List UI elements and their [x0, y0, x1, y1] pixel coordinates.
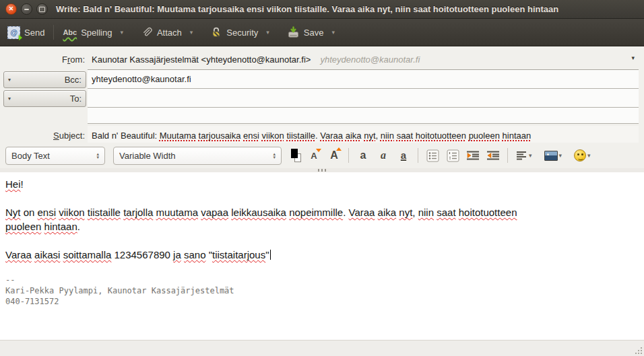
- minimize-button[interactable]: [21, 3, 32, 15]
- save-label: Save: [304, 28, 324, 38]
- foreground-color-swatch: [291, 149, 298, 158]
- bcc-address: yhteydenotto@kaunotar.fi: [92, 74, 191, 84]
- from-row: From: Kaunotar Kassajärjestelmät <yhteyd…: [0, 49, 644, 70]
- save-icon: [287, 26, 300, 39]
- to-row: To:: [0, 89, 644, 108]
- alignment-button[interactable]: [513, 147, 534, 164]
- indent-icon: [486, 149, 501, 162]
- underline-icon: [401, 149, 406, 162]
- empty-address-row: [0, 108, 644, 124]
- security-button[interactable]: Security: [205, 24, 263, 41]
- from-identity-email: yhteydenotto@kaunotar.fi: [320, 55, 420, 65]
- format-separator: [348, 148, 349, 163]
- spinner-icon: [273, 152, 276, 159]
- paragraph-style-select[interactable]: Body Text: [5, 147, 105, 165]
- alignment-dropdown-arrow: [529, 152, 532, 159]
- message-headers: From: Kaunotar Kassajärjestelmät <yhteyd…: [0, 46, 644, 143]
- outdent-button[interactable]: [464, 147, 482, 164]
- image-icon: [544, 151, 558, 161]
- bcc-row: Bcc: yhteydenotto@kaunotar.fi: [0, 70, 644, 89]
- message-body-text: Hei! Nyt on ensi viikon tiistaille tarjo…: [5, 177, 637, 262]
- status-bar: [0, 340, 644, 356]
- lock-icon: [210, 26, 222, 38]
- window-controls: [5, 3, 48, 15]
- bcc-input[interactable]: yhteydenotto@kaunotar.fi: [88, 70, 639, 89]
- paragraph-style-value: Body Text: [11, 151, 96, 161]
- send-button[interactable]: Send: [3, 24, 49, 42]
- insert-smiley-button[interactable]: [572, 147, 593, 164]
- indent-button[interactable]: [484, 147, 502, 164]
- numbered-list-button[interactable]: [444, 147, 461, 164]
- to-type-button[interactable]: To:: [3, 90, 86, 107]
- send-label: Send: [24, 28, 44, 38]
- spelling-dropdown-arrow[interactable]: [117, 26, 127, 38]
- signature-phone: 040-7131572: [5, 296, 637, 307]
- grippy-icon: [318, 169, 326, 172]
- insert-image-button[interactable]: [542, 147, 565, 164]
- image-dropdown-arrow: [559, 152, 562, 159]
- bold-icon: [360, 149, 366, 162]
- outdent-icon: [465, 149, 480, 162]
- attach-button[interactable]: Attach: [136, 24, 187, 41]
- format-toolbar: Body Text Variable Width: [0, 143, 644, 168]
- smiley-dropdown-arrow: [587, 152, 591, 159]
- format-separator: [418, 148, 418, 163]
- from-selector[interactable]: Kaunotar Kassajärjestelmät <yhteydenotto…: [88, 49, 639, 70]
- from-dropdown-arrow[interactable]: [631, 55, 635, 61]
- signature-block: -- Kari-Pekka Pyylampi, Kaunotar Kassajä…: [5, 275, 637, 307]
- titlebar: Write: Bald n' Beautiful: Muutama tarjou…: [0, 0, 644, 19]
- spelling-icon: [63, 28, 77, 36]
- decrease-arrow-icon: [316, 149, 321, 152]
- save-button[interactable]: Save: [282, 24, 329, 42]
- maximize-button[interactable]: [36, 3, 48, 15]
- smiley-icon: [574, 149, 586, 162]
- align-icon: [515, 150, 527, 161]
- bold-button[interactable]: [354, 147, 372, 164]
- next-address-input[interactable]: [88, 108, 639, 124]
- underline-button[interactable]: [395, 147, 412, 164]
- security-dropdown-arrow[interactable]: [263, 26, 273, 38]
- send-icon: [7, 26, 20, 39]
- security-label: Security: [226, 28, 258, 38]
- subject-text: Bald n' Beautiful: Muutama tarjousaika e…: [92, 131, 531, 141]
- message-body-editor[interactable]: Hei! Nyt on ensi viikon tiistaille tarjo…: [0, 172, 644, 340]
- format-separator: [507, 148, 508, 163]
- window-title: Write: Bald n' Beautiful: Muutama tarjou…: [56, 4, 558, 14]
- save-dropdown-arrow[interactable]: [328, 26, 338, 38]
- bullet-list-icon: [426, 149, 439, 162]
- attach-label: Attach: [157, 28, 182, 38]
- italic-button[interactable]: [375, 147, 392, 164]
- bullet-list-button[interactable]: [424, 147, 441, 164]
- subject-label: Subject:: [0, 131, 88, 141]
- increase-font-icon: [330, 149, 338, 162]
- spinner-icon: [96, 152, 99, 159]
- toolbar-separator: [53, 25, 54, 40]
- signature-divider: --: [5, 275, 637, 285]
- decrease-font-size-button[interactable]: [305, 147, 323, 164]
- font-select[interactable]: Variable Width: [113, 147, 282, 165]
- font-value: Variable Width: [119, 151, 273, 161]
- text-cursor: [270, 250, 271, 260]
- to-input[interactable]: [88, 89, 639, 108]
- italic-icon: [381, 149, 386, 162]
- spelling-button[interactable]: Spelling: [58, 25, 117, 40]
- bcc-type-button[interactable]: Bcc:: [3, 71, 86, 88]
- paperclip-icon: [141, 26, 153, 38]
- close-button[interactable]: [5, 3, 17, 15]
- resize-grip-icon[interactable]: [633, 345, 643, 355]
- signature-name: Kari-Pekka Pyylampi, Kaunotar Kassajärje…: [5, 285, 637, 296]
- from-identity: Kaunotar Kassajärjestelmät <yhteydenotto…: [92, 55, 311, 65]
- attach-dropdown-arrow[interactable]: [187, 26, 197, 38]
- increase-arrow-icon: [336, 147, 342, 151]
- numbered-list-icon: [447, 149, 459, 162]
- text-color-picker[interactable]: [291, 149, 301, 162]
- increase-font-size-button[interactable]: [325, 147, 343, 164]
- spelling-label: Spelling: [81, 28, 112, 38]
- from-label: From:: [0, 55, 88, 65]
- bcc-type-label: Bcc:: [11, 75, 82, 85]
- to-type-label: To:: [11, 94, 82, 104]
- compose-toolbar: Send Spelling Attach Security: [0, 19, 644, 46]
